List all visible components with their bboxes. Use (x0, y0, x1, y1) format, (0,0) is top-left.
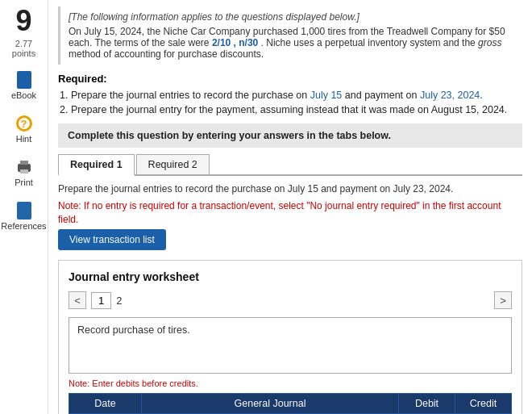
nav-row: < 1 2 > (69, 291, 512, 309)
nav-prev-button[interactable]: < (69, 291, 86, 309)
hint-icon: ? (15, 115, 33, 132)
nav-next-page: 2 (116, 295, 122, 307)
journal-table: Date General Journal Debit Credit July 1… (69, 393, 512, 414)
svg-rect-1 (20, 161, 28, 165)
tab-info-line1: Prepare the journal entries to record th… (58, 182, 522, 196)
intro-header: [The following information applies to th… (69, 11, 514, 23)
sidebar-item-print[interactable]: Print (0, 155, 48, 190)
tab-required1[interactable]: Required 1 (58, 154, 135, 176)
sidebar-item-references-label: References (1, 221, 46, 231)
col-header-credit: Credit (455, 394, 512, 414)
view-transaction-button[interactable]: View transaction list (58, 229, 166, 250)
sidebar-item-hint[interactable]: ? Hint (0, 111, 48, 147)
worksheet-title: Journal entry worksheet (69, 270, 512, 283)
col-header-date: Date (69, 394, 142, 414)
note-text: Note: Enter debits before credits. (69, 378, 512, 388)
sidebar-item-print-label: Print (15, 178, 33, 187)
intro-box: [The following information applies to th… (58, 6, 522, 65)
nav-next-button[interactable]: > (494, 291, 512, 309)
main-content: [The following information applies to th… (48, 0, 532, 414)
col-header-debit: Debit (399, 394, 455, 414)
sidebar-item-ebook-label: eBook (11, 90, 36, 100)
record-box: Record purchase of tires. (69, 317, 512, 374)
list-item: Prepare the journal entries to record th… (71, 90, 522, 101)
sidebar-item-hint-label: Hint (16, 134, 32, 144)
sidebar-item-references[interactable]: References (0, 199, 48, 234)
col-header-journal: General Journal (142, 394, 399, 414)
tabs-row: Required 1 Required 2 (58, 154, 522, 176)
required-label: Required: (58, 73, 522, 85)
nav-current-page[interactable]: 1 (91, 292, 111, 309)
list-item: Prepare the journal entry for the paymen… (71, 104, 522, 115)
sidebar: 9 2.77 points eBook ? Hint Print Referen… (0, 0, 48, 414)
print-icon (15, 158, 33, 176)
tab-required2[interactable]: Required 2 (136, 154, 210, 174)
instruction-bar: Complete this question by entering your … (58, 123, 522, 148)
sidebar-item-ebook[interactable]: eBook (0, 68, 48, 103)
question-number: 9 (15, 6, 31, 36)
references-icon (15, 202, 33, 220)
worksheet-box: Journal entry worksheet < 1 2 > Record p… (58, 260, 522, 414)
ebook-icon (15, 71, 33, 89)
points-label: 2.77 points (12, 39, 35, 58)
intro-body: On July 15, 2024, the Niche Car Company … (69, 26, 514, 60)
svg-rect-2 (20, 169, 28, 174)
required-list: Prepare the journal entries to record th… (71, 90, 522, 115)
tab-info-line2: Note: If no entry is required for a tran… (58, 199, 522, 227)
